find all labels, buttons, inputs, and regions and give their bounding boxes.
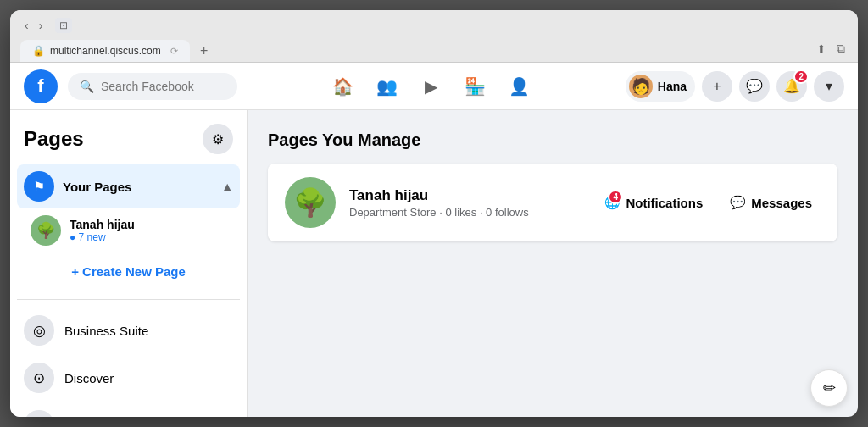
messages-icon: 💬 <box>730 195 746 210</box>
content-area: Pages ⚙ ⚑ Your Pages ▲ <box>10 110 858 417</box>
sidebar-item-label-business-suite: Business Suite <box>64 324 148 338</box>
sidebar-title: Pages <box>24 127 84 151</box>
page-card-avatar: 🌳 <box>285 177 336 228</box>
search-container[interactable]: 🔍 <box>68 73 237 100</box>
page-item-name: Tanah hijau <box>70 218 135 231</box>
new-tab-button[interactable]: + <box>193 40 214 62</box>
tab-refresh[interactable]: ⟳ <box>170 46 178 57</box>
notifications-button[interactable]: 🔔 2 <box>776 71 807 102</box>
page-card-tanah-hijau: 🌳 Tanah hijau Department Store · 0 likes… <box>268 164 837 241</box>
floating-edit-button[interactable]: ✏ <box>810 369 848 407</box>
avatar: 🧑 <box>629 75 653 98</box>
groups-nav-button[interactable]: 👤 <box>499 66 540 107</box>
sidebar-item-label-discover: Discover <box>64 371 114 385</box>
sidebar-header: Pages ⚙ <box>17 120 240 158</box>
video-nav-button[interactable]: ▶ <box>411 66 452 107</box>
notifications-action-label: Notifications <box>626 196 703 210</box>
pages-icon-glyph: ⚑ <box>33 179 45 195</box>
nav-right: 🧑 Hana + 💬 🔔 2 ▾ <box>626 71 844 102</box>
edit-icon: ✏ <box>823 379 836 397</box>
page-card-info: Tanah hijau Department Store · 0 likes ·… <box>349 187 582 219</box>
share-button[interactable]: ⬆ <box>814 39 829 58</box>
your-pages-label: Your Pages <box>63 180 131 194</box>
messages-action-button[interactable]: 💬 Messages <box>721 190 821 215</box>
page-avatar-tanah-hijau: 🌳 <box>31 215 61 246</box>
chevron-up-icon: ▲ <box>221 180 233 193</box>
sidebar-divider <box>17 299 240 300</box>
sidebar-item-discover[interactable]: ⊙ Discover <box>17 354 240 402</box>
sidebar-item-liked-pages[interactable]: 👍 Liked Pages <box>17 402 240 417</box>
user-name: Hana <box>658 80 687 93</box>
main-content: Pages You Manage 🌳 Tanah hijau Departmen… <box>248 110 858 417</box>
page-card-name: Tanah hijau <box>349 187 582 204</box>
search-input[interactable] <box>101 80 225 93</box>
store-nav-button[interactable]: 🏪 <box>455 66 496 107</box>
add-button[interactable]: + <box>702 71 732 102</box>
page-card-actions: 🌐 Notifications 4 💬 Messages <box>596 190 821 215</box>
tanah-hijau-page-item[interactable]: 🌳 Tanah hijau ● 7 new <box>17 210 240 251</box>
notifications-count-badge: 4 <box>608 190 623 204</box>
your-pages-icon: ⚑ <box>24 171 54 202</box>
your-pages-header[interactable]: ⚑ Your Pages ▲ <box>17 164 240 208</box>
nav-center: 🏠 👥 ▶ 🏪 👤 <box>248 66 615 107</box>
copy-button[interactable]: ⧉ <box>834 39 848 58</box>
page-item-info: Tanah hijau ● 7 new <box>70 218 135 243</box>
notification-badge: 2 <box>793 69 809 84</box>
tab-url: multichannel.qiscus.com <box>50 45 161 57</box>
logo-text: f <box>37 75 43 97</box>
create-new-page-button[interactable]: + Create New Page <box>17 256 240 287</box>
friends-nav-button[interactable]: 👥 <box>367 66 408 107</box>
dropdown-button[interactable]: ▾ <box>814 71 844 102</box>
window-btn[interactable]: ⊡ <box>55 18 72 33</box>
business-suite-icon: ◎ <box>24 315 54 346</box>
discover-icon: ⊙ <box>24 363 54 393</box>
your-pages-left: ⚑ Your Pages <box>24 171 131 202</box>
messages-action-label: Messages <box>751 196 812 210</box>
settings-button[interactable]: ⚙ <box>203 124 233 154</box>
your-pages-section: ⚑ Your Pages ▲ 🌳 Tanah hijau ● 7 new <box>17 164 240 292</box>
top-navigation: f 🔍 🏠 👥 ▶ 🏪 👤 🧑 Ha <box>10 63 858 110</box>
forward-button[interactable]: › <box>35 17 47 34</box>
facebook-logo[interactable]: f <box>24 69 58 103</box>
page-card-meta: Department Store · 0 likes · 0 follows <box>349 206 582 219</box>
active-tab[interactable]: 🔒 multichannel.qiscus.com ⟳ <box>20 40 190 62</box>
user-menu[interactable]: 🧑 Hana <box>626 71 695 102</box>
home-nav-button[interactable]: 🏠 <box>323 66 364 107</box>
sidebar-item-business-suite[interactable]: ◎ Business Suite <box>17 307 240 354</box>
page-title: Pages You Manage <box>268 130 837 150</box>
back-button[interactable]: ‹ <box>20 17 33 34</box>
messenger-button[interactable]: 💬 <box>739 71 770 102</box>
notifications-action-button[interactable]: 🌐 Notifications 4 <box>596 190 711 215</box>
page-item-badge: ● 7 new <box>70 231 135 243</box>
search-icon: 🔍 <box>80 80 94 93</box>
liked-pages-icon: 👍 <box>24 410 54 417</box>
tab-favicon: 🔒 <box>32 45 45 57</box>
sidebar: Pages ⚙ ⚑ Your Pages ▲ <box>10 110 248 417</box>
